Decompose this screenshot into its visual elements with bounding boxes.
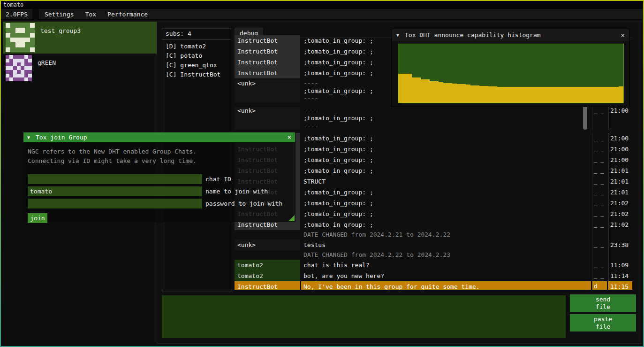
member-item[interactable]: [C] InstructBot <box>162 70 231 79</box>
join-field-label: password to join with <box>205 200 282 207</box>
join-field-input-1[interactable] <box>28 174 202 184</box>
message-author: <unk> <box>235 80 300 102</box>
join-field-row: name to join with <box>28 186 295 196</box>
message-status: _ _ <box>592 165 607 176</box>
menu-item-performance[interactable]: Performance <box>102 9 153 19</box>
member-item[interactable]: [D] tomato2 <box>162 42 231 51</box>
histogram-bar <box>529 87 533 103</box>
histogram-bar <box>430 81 434 103</box>
message-author: InstructBot <box>235 57 300 68</box>
histogram-bar <box>403 74 408 103</box>
histogram-bar <box>466 85 470 103</box>
collapse-arrow-icon[interactable]: ▼ <box>396 29 399 41</box>
message-status <box>592 230 607 239</box>
histogram-bar <box>511 87 515 103</box>
message-status: d <box>592 281 607 290</box>
send-file-button[interactable]: send file <box>570 294 636 312</box>
message-time: 23:38 <box>608 239 632 250</box>
message-time: 21:02 <box>608 198 632 208</box>
subs-header: subs: 4 <box>162 29 231 39</box>
message-time: 21:01 <box>608 187 632 198</box>
resize-grip[interactable] <box>288 215 295 221</box>
message-status: _ _ <box>592 239 607 250</box>
message-author: InstructBot <box>235 35 300 46</box>
join-field-label: chat ID <box>205 176 231 183</box>
message-time: 21:01 <box>608 176 632 187</box>
member-item[interactable]: [C] potato <box>162 51 231 61</box>
close-icon[interactable]: × <box>621 29 625 41</box>
system-message-text: DATE CHANGED from 2024.2.22 to 2024.2.23 <box>301 250 591 260</box>
message-row[interactable]: <unk>---- ;tomato_in_group: ; ----_ _21:… <box>235 106 632 130</box>
histogram-bar <box>596 87 601 103</box>
paste-file-button[interactable]: paste file <box>570 314 636 332</box>
histogram-bar <box>515 87 520 103</box>
message-text: ;tomato_in_group: ; <box>301 133 591 144</box>
window-titlebar[interactable]: tomato <box>1 1 643 9</box>
sidebar-group-test_group3[interactable]: test_group3 <box>3 22 158 54</box>
histogram-bar <box>619 86 623 103</box>
histogram-bar <box>484 86 488 103</box>
group-list: test_group3gREEN <box>3 22 158 83</box>
message-row[interactable]: tomato2chat is this real?_ _11:09 <box>235 260 632 270</box>
histogram-bar <box>398 74 403 103</box>
histogram-window-titlebar[interactable]: ▼ Tox DHT announce capability histogram … <box>392 29 629 41</box>
join-window-titlebar[interactable]: ▼ Tox join Group × <box>23 132 295 142</box>
histogram-bar <box>538 87 542 103</box>
message-text: ;tomato_in_group: ; <box>301 165 591 176</box>
histogram-bar <box>542 87 547 103</box>
message-time: 21:00 <box>608 133 632 144</box>
app-window: tomato 2.0FPS SettingsToxPerformance tes… <box>1 1 643 346</box>
message-status: _ _ <box>592 260 607 270</box>
message-status: _ _ <box>592 107 607 130</box>
histogram-bar <box>524 87 529 103</box>
collapse-arrow-icon[interactable]: ▼ <box>27 132 30 142</box>
member-item[interactable]: [C] green_qtox <box>162 61 231 70</box>
histogram-bar <box>488 86 493 103</box>
message-time: 21:02 <box>608 208 632 219</box>
menu-item-settings[interactable]: Settings <box>39 9 80 19</box>
histogram-bar <box>448 83 453 103</box>
join-field-input-3[interactable] <box>28 199 202 208</box>
menubar-separator <box>32 9 39 19</box>
system-message-row: DATE CHANGED from 2024.2.22 to 2024.2.23 <box>235 250 632 260</box>
message-author <box>235 250 300 260</box>
message-row[interactable]: InstructBotNo, I've been in this group f… <box>235 281 632 290</box>
histogram-bar <box>574 87 578 103</box>
message-status: _ _ <box>592 144 607 154</box>
histogram-bar <box>556 87 561 103</box>
histogram-bar <box>497 87 502 103</box>
histogram-bar <box>434 81 439 103</box>
histogram-plot <box>398 44 624 103</box>
histogram-bar <box>565 87 569 103</box>
join-window-body: NGC refers to the New DHT enabled Group … <box>23 142 295 222</box>
message-row[interactable]: <unk>testus_ _23:38 <box>235 239 632 250</box>
sidebar-group-gREEN[interactable]: gREEN <box>3 54 158 83</box>
message-time: 11:14 <box>608 270 632 281</box>
message-text: STRUCT <box>301 176 591 187</box>
histogram-bar <box>605 87 610 103</box>
histogram-bar <box>421 79 425 103</box>
join-field-input-2[interactable] <box>28 186 202 196</box>
close-icon[interactable]: × <box>288 132 291 142</box>
histogram-bar <box>416 77 421 103</box>
window-frame: tomato 2.0FPS SettingsToxPerformance tes… <box>0 0 644 347</box>
message-status: _ _ <box>592 133 607 144</box>
message-input[interactable] <box>162 295 566 338</box>
message-time <box>608 230 632 239</box>
join-window-title: Tox join Group <box>36 134 87 141</box>
group-name: gREEN <box>38 59 56 66</box>
group-avatar-icon <box>6 23 35 52</box>
menu-item-tox[interactable]: Tox <box>80 9 102 19</box>
message-text: ;tomato_in_group: ; <box>301 154 591 165</box>
join-button[interactable]: join <box>28 213 47 223</box>
histogram-bar <box>461 84 466 103</box>
histogram-window: ▼ Tox DHT announce capability histogram … <box>392 29 629 107</box>
message-row[interactable]: tomato2bot, are you new here?_ _11:14 <box>235 270 632 281</box>
histogram-bar <box>601 87 606 103</box>
join-fields: chat IDname to join withpassword to join… <box>28 174 295 208</box>
message-text: ;tomato_in_group: ; <box>301 144 591 154</box>
histogram-bar <box>533 87 538 103</box>
message-author: <unk> <box>235 107 300 130</box>
message-time: 11:09 <box>608 260 632 270</box>
message-status: _ _ <box>592 219 607 230</box>
